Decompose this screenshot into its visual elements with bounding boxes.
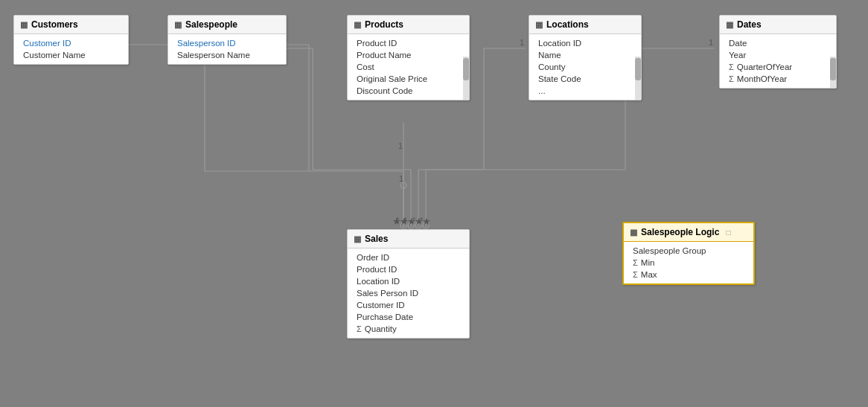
sigma-icon-max: Σ (633, 270, 638, 279)
products-table: ▦ Products Product ID Product Name Cost … (347, 15, 470, 100)
svg-text:*: * (403, 216, 407, 225)
svg-point-18 (401, 182, 406, 188)
dates-table-title: Dates (737, 19, 762, 30)
salespeople-table-header: ▦ Salespeople (168, 16, 286, 34)
field-state-code[interactable]: State Code (529, 73, 632, 85)
sigma-icon-month: Σ (729, 74, 734, 83)
svg-text:★: ★ (407, 216, 416, 227)
field-product-name[interactable]: Product Name (348, 49, 460, 61)
svg-point-25 (415, 222, 421, 228)
salespeople-logic-icon: ▦ (630, 228, 637, 237)
svg-text:*: * (412, 216, 416, 225)
field-year[interactable]: Year (720, 49, 827, 61)
locations-table-header: ▦ Locations (529, 16, 641, 34)
customers-table-icon: ▦ (20, 20, 28, 30)
svg-text:★: ★ (392, 216, 401, 227)
field-quarter-of-year[interactable]: Σ QuarterOfYear (720, 61, 827, 73)
field-customer-id[interactable]: Customer ID (14, 37, 128, 49)
field-original-sale-price[interactable]: Original Sale Price (348, 73, 460, 85)
customers-table: ▦ Customers Customer ID Customer Name (13, 15, 129, 65)
field-sales-customer-id[interactable]: Customer ID (348, 299, 469, 311)
products-table-header: ▦ Products (348, 16, 469, 34)
svg-text:1: 1 (399, 174, 403, 183)
customers-table-title: Customers (31, 19, 78, 30)
field-salespeople-group[interactable]: Salespeople Group (624, 245, 753, 257)
field-quantity[interactable]: Σ Quantity (348, 323, 469, 335)
sales-table: ▦ Sales Order ID Product ID Location ID … (347, 229, 470, 339)
logic-header-badge: □ (726, 228, 730, 237)
dates-table-header: ▦ Dates (720, 16, 836, 34)
svg-point-14 (408, 222, 414, 228)
svg-text:1: 1 (520, 38, 524, 47)
field-min[interactable]: Σ Min (624, 257, 753, 269)
dates-table-body: Date Year Σ QuarterOfYear Σ MonthOfYear (720, 34, 836, 88)
field-order-id[interactable]: Order ID (348, 251, 469, 263)
products-scrollbar[interactable] (463, 57, 469, 100)
locations-table-icon: ▦ (535, 20, 543, 30)
field-discount-code[interactable]: Discount Code (348, 85, 460, 97)
dates-scrollbar[interactable] (830, 57, 836, 88)
customers-table-body: Customer ID Customer Name (14, 34, 128, 64)
salespeople-logic-table: ▦ Salespeople Logic □ Salespeople Group … (622, 222, 755, 285)
locations-table-title: Locations (546, 19, 589, 30)
products-table-body: Product ID Product Name Cost Original Sa… (348, 34, 469, 100)
sigma-icon-quarter: Σ (729, 63, 734, 71)
sales-table-title: Sales (365, 234, 388, 244)
salespeople-table-icon: ▦ (174, 20, 182, 30)
customers-table-header: ▦ Customers (14, 16, 128, 34)
salespeople-table-body: Salesperson ID Salesperson Name (168, 34, 286, 64)
svg-text:*: * (420, 216, 424, 225)
field-location-name[interactable]: Name (529, 49, 632, 61)
field-salesperson-name[interactable]: Salesperson Name (168, 49, 286, 61)
svg-text:*: * (403, 217, 407, 226)
salespeople-logic-title: Salespeople Logic (641, 227, 719, 237)
products-table-title: Products (365, 19, 403, 30)
svg-text:★: ★ (422, 216, 431, 227)
field-sales-location-id[interactable]: Location ID (348, 275, 469, 287)
sales-table-header: ▦ Sales (348, 230, 469, 249)
sales-table-body: Order ID Product ID Location ID Sales Pe… (348, 249, 469, 338)
field-location-extra: ... (529, 85, 632, 97)
locations-scrollbar[interactable] (635, 57, 641, 100)
sigma-icon-min: Σ (633, 258, 638, 267)
field-date[interactable]: Date (720, 37, 827, 49)
field-customer-name[interactable]: Customer Name (14, 49, 128, 61)
field-sales-person-id[interactable]: Sales Person ID (348, 287, 469, 299)
sales-table-icon: ▦ (354, 234, 361, 244)
locations-table-body: Location ID Name County State Code ... (529, 34, 641, 100)
svg-text:*: * (396, 216, 400, 225)
svg-text:★: ★ (415, 216, 424, 227)
svg-text:1: 1 (398, 141, 403, 150)
svg-point-32 (423, 222, 429, 228)
svg-text:1: 1 (709, 38, 713, 47)
salespeople-table: ▦ Salespeople Salesperson ID Salesperson… (167, 15, 287, 65)
field-cost[interactable]: Cost (348, 61, 460, 73)
field-sales-product-id[interactable]: Product ID (348, 263, 469, 275)
dates-table: ▦ Dates Date Year Σ QuarterOfYear Σ Mont… (719, 15, 837, 89)
field-purchase-date[interactable]: Purchase Date (348, 311, 469, 323)
field-salesperson-id[interactable]: Salesperson ID (168, 37, 286, 49)
salespeople-logic-table-body: Salespeople Group Σ Min Σ Max (624, 242, 753, 283)
field-product-id[interactable]: Product ID (348, 37, 460, 49)
field-county[interactable]: County (529, 61, 632, 73)
salespeople-logic-table-header: ▦ Salespeople Logic □ (624, 223, 753, 242)
field-month-of-year[interactable]: Σ MonthOfYear (720, 73, 827, 85)
products-table-icon: ▦ (354, 20, 361, 30)
salespeople-table-title: Salespeople (185, 19, 237, 30)
svg-text:★: ★ (400, 216, 409, 227)
sigma-icon-quantity: Σ (357, 324, 362, 333)
field-max[interactable]: Σ Max (624, 269, 753, 281)
dates-table-icon: ▦ (726, 20, 733, 30)
field-location-id[interactable]: Location ID (529, 37, 632, 49)
locations-table: ▦ Locations Location ID Name County Stat… (529, 15, 642, 100)
svg-point-5 (401, 222, 406, 228)
